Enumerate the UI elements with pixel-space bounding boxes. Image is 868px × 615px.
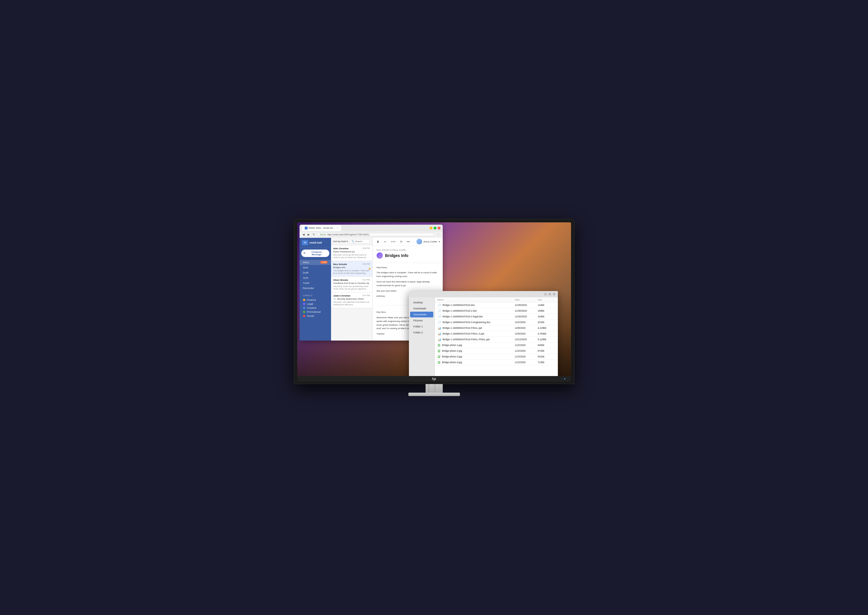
reminder-label: Reminder: [303, 287, 314, 290]
search-box[interactable]: 🔍 Search: [349, 239, 370, 244]
file-name-4: 📄 Bridge-1-1606650437616-3-engineering.d…: [438, 321, 515, 324]
promotional-dot: [303, 311, 305, 313]
hp-logo: hp: [432, 377, 436, 381]
legal-label: Legal: [307, 303, 313, 305]
file-row-5[interactable]: 📊 Bridge-1-1606650437616-FINAL.ppt 12/8/…: [435, 325, 558, 331]
attachment-icon: 📎: [333, 298, 336, 300]
file-date-6: 12/9/2020: [515, 332, 538, 335]
legal-dot: [303, 303, 305, 305]
sidebar-item-trash[interactable]: Trash: [300, 281, 331, 286]
forward-button[interactable]: ▶: [307, 233, 310, 237]
sort-arrow: ▾: [347, 240, 348, 243]
more-button[interactable]: ⋮: [436, 233, 441, 237]
sidebar-item-junk[interactable]: Junk: [300, 275, 331, 281]
compose-button[interactable]: ✏ Compose Message: [301, 250, 329, 257]
label-legal[interactable]: Legal: [303, 302, 328, 306]
file-size-2: 158kb: [538, 309, 555, 312]
preview-oliver: Hey Avery, Evan was questioning some of …: [333, 285, 370, 290]
email-sidebar: ✉ smail.mail ✏ Compose Message Inbox 1,9…: [300, 238, 331, 340]
email-item-allie[interactable]: Allie Christine 5:06 PM Parks Photoshoot…: [331, 245, 372, 261]
label-finance[interactable]: Finance: [303, 298, 328, 302]
fe-nav-pictures[interactable]: Pictures: [410, 318, 433, 323]
fe-maximize-button[interactable]: □: [548, 293, 551, 296]
file-row-4[interactable]: 📄 Bridge-1-1606650437616-3-engineering.d…: [435, 320, 558, 325]
redo-button[interactable]: ↩↩: [390, 240, 397, 244]
label-promotional[interactable]: Promotional: [303, 310, 328, 314]
doc-icon-1: 📄: [438, 304, 441, 307]
undo-button[interactable]: ↩: [383, 240, 388, 244]
subject-allie: Parks Photoshoot Q1: [333, 250, 370, 253]
close-button[interactable]: [438, 227, 441, 229]
fe-minimize-button[interactable]: –: [544, 293, 547, 296]
email-list: Sort by Date ▾ 🔍 Search Allie Chris: [331, 238, 372, 340]
email-item-jaden[interactable]: Jaden Christian 3:47 PM 📎 Security Aware…: [331, 292, 372, 308]
labels-section: Labels Finance Legal Creat: [300, 292, 331, 319]
email-item-nico[interactable]: Nico Schultz 5:01 PM Bridges Info The br…: [331, 261, 372, 277]
user-pill[interactable]: Avery Colette ▾: [416, 239, 440, 244]
file-name-10: 🖼 Bridge-photo-3.jpg: [438, 355, 515, 358]
file-name-7: 📊 Bridge-1-1606650437616-FINAL-FINAL.ppt: [438, 338, 515, 341]
email-subject-display: Bridges Info: [385, 253, 409, 258]
sidebar-item-sent[interactable]: Sent: [300, 265, 331, 270]
fe-nav-documents[interactable]: Documents: [410, 312, 433, 317]
file-name-8: 🖼 Bridge-photo-1.jpg: [438, 344, 515, 347]
body-line-1: The bridges deck is complete. There will…: [377, 271, 439, 278]
maximize-button[interactable]: [433, 227, 436, 229]
fe-close-button[interactable]: ×: [553, 293, 555, 296]
file-date-1: 11/30/2020: [515, 304, 538, 306]
sort-button[interactable]: Sort by Date ▾: [333, 240, 348, 243]
user-avatar: [416, 239, 422, 244]
file-label-6: Bridge-1-1606650437616-FINAL-2.ppt: [443, 332, 484, 335]
sender-jaden: Jaden Christian: [333, 295, 350, 297]
file-row-8[interactable]: 🖼 Bridge-photo-1.jpg 11/2/2020 945kb: [435, 343, 558, 348]
file-name-3: 📄 Bridge-1-1606650437616-2-legal.doc: [438, 315, 515, 318]
monitor-bottom-bar: hp: [297, 376, 571, 382]
file-label-4: Bridge-1-1606650437616-3-engineering.doc: [443, 321, 491, 324]
inbox-label: Inbox: [303, 261, 309, 264]
file-row-10[interactable]: 🖼 Bridge-photo-3.jpg 11/2/2020 931kb: [435, 354, 558, 360]
fe-nav-desktop[interactable]: Desktop: [410, 300, 433, 305]
file-label-8: Bridge-photo-1.jpg: [442, 344, 462, 347]
label-creative[interactable]: Creative: [303, 306, 328, 310]
file-row-2[interactable]: 📄 Bridge-1-1606650437616-2.doc 11/30/202…: [435, 308, 558, 314]
sidebar-item-draft[interactable]: Draft: [300, 270, 331, 275]
sidebar-item-reminder[interactable]: Reminder: [300, 286, 331, 291]
file-date-9: 11/2/2020: [515, 350, 538, 352]
sidebar-item-inbox[interactable]: Inbox 1,939: [300, 260, 331, 265]
address-bar[interactable]: Secure https://smail.mail/10300/nrgdrive…: [317, 233, 435, 236]
file-row-11[interactable]: 🖼 Bridge-photo-4.jpg 11/2/2020 713kb: [435, 360, 558, 365]
sender-avatar: [377, 253, 383, 259]
stand-neck: [425, 384, 443, 393]
sync-button[interactable]: ⟳: [399, 240, 404, 244]
file-name-2: 📄 Bridge-1-1606650437616-2.doc: [438, 309, 515, 312]
back-button[interactable]: ◀: [302, 233, 305, 237]
label-social[interactable]: Social: [303, 314, 328, 318]
more-options-button[interactable]: •••: [406, 240, 411, 244]
email-item-oliver[interactable]: Oliver Brooks 4:12 PM Feedback from Evan…: [331, 277, 372, 292]
file-row-3[interactable]: 📄 Bridge-1-1606650437616-2-legal.doc 11/…: [435, 314, 558, 320]
draft-label: Draft: [303, 271, 309, 274]
file-row-6[interactable]: 📊 Bridge-1-1606650437616-FINAL-2.ppt 12/…: [435, 331, 558, 337]
email-from-to: Nico Schultz to Avery Colette: [377, 249, 439, 251]
minimize-button[interactable]: [430, 227, 432, 229]
file-label-3: Bridge-1-1606650437616-2-legal.doc: [443, 315, 483, 318]
jpg-icon-8: 🖼: [438, 344, 441, 347]
file-size-7: 5,129kb: [538, 338, 555, 341]
file-size-5: 4,109kb: [538, 326, 555, 329]
preview-jaden: Hey team, see attached! Print before our…: [333, 301, 370, 306]
refresh-button[interactable]: ↻: [312, 233, 316, 237]
fe-nav-folder1[interactable]: Folder 1: [410, 324, 433, 329]
file-row-7[interactable]: 📊 Bridge-1-1606650437616-FINAL-FINAL.ppt…: [435, 337, 558, 343]
browser-tab[interactable]: SMAIL.MAIL - Email Inb... ×: [302, 225, 341, 231]
file-row-9[interactable]: 🖼 Bridge-photo-2.jpg 11/2/2020 872kb: [435, 348, 558, 354]
email-header-allie: Allie Christine 5:06 PM: [333, 247, 370, 250]
file-date-11: 11/2/2020: [515, 361, 538, 364]
fe-nav-downloads[interactable]: Downloads: [410, 306, 433, 311]
delete-button[interactable]: 🗑: [375, 240, 381, 244]
file-size-6: 4,784kb: [538, 332, 555, 335]
fe-nav-folder2[interactable]: Folder 2: [410, 330, 433, 336]
file-row-1[interactable]: 📄 Bridge-1-1606650437616.doc 11/30/2020 …: [435, 303, 558, 308]
labels-title: Labels: [303, 294, 328, 297]
tab-close-button[interactable]: ×: [336, 227, 338, 229]
fe-titlebar: – □ ×: [409, 291, 558, 297]
